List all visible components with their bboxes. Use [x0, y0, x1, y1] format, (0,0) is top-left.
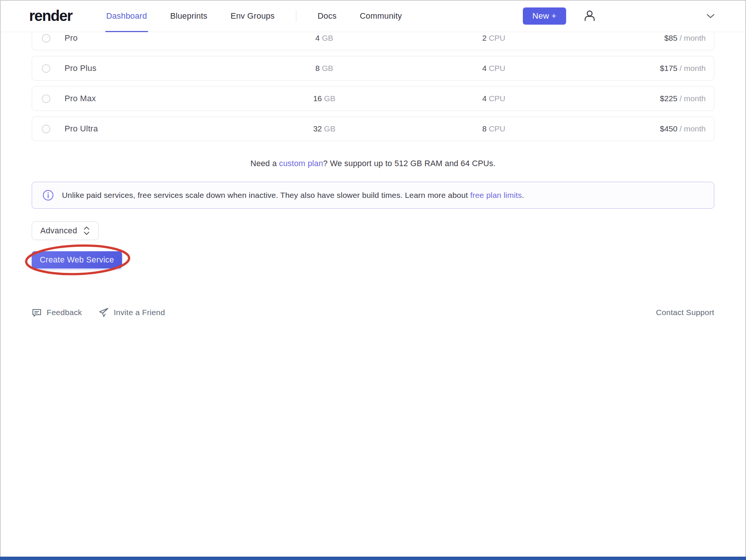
plan-cpu: 2 CPU: [408, 34, 580, 43]
plan-row-pro-plus[interactable]: Pro Plus 8 GB 4 CPU $175 / month: [32, 56, 714, 81]
user-icon: [583, 9, 597, 23]
nav-item-dashboard[interactable]: Dashboard: [95, 0, 159, 32]
feedback-button[interactable]: Feedback: [32, 308, 82, 318]
plan-radio[interactable]: [42, 94, 50, 103]
paper-plane-icon: [99, 307, 109, 318]
plan-row-pro-ultra[interactable]: Pro Ultra 32 GB 8 CPU $450 / month: [32, 116, 714, 141]
page-footer: Feedback Invite a Friend Contact Support: [32, 307, 714, 318]
main-nav: Dashboard Blueprints Env Groups Docs Com…: [95, 0, 413, 32]
plan-row-pro[interactable]: Pro 4 GB 2 CPU $85 / month: [32, 32, 714, 50]
user-avatar-button[interactable]: [583, 9, 597, 23]
free-plan-info-banner: Unlike paid services, free services scal…: [32, 182, 714, 209]
plan-table: Pro 4 GB 2 CPU $85 / month Pro Plus 8 GB…: [0, 32, 746, 147]
plan-price: $175 / month: [580, 64, 706, 73]
nav-divider: [296, 10, 296, 22]
plan-name: Pro Max: [65, 94, 96, 103]
free-plan-limits-link[interactable]: free plan limits: [470, 191, 522, 199]
plan-price: $225 / month: [580, 94, 706, 103]
create-service-area: Create Web Service: [30, 251, 142, 269]
nav-item-docs[interactable]: Docs: [306, 0, 348, 32]
create-web-service-button[interactable]: Create Web Service: [32, 251, 122, 268]
bottom-blue-bar: [0, 557, 746, 560]
chevron-down-icon: [706, 13, 715, 19]
feedback-label: Feedback: [47, 308, 82, 317]
plan-ram: 8 GB: [241, 64, 407, 73]
new-button[interactable]: New +: [523, 7, 566, 25]
render-logo[interactable]: render: [29, 7, 72, 24]
plan-cpu: 8 CPU: [408, 124, 580, 133]
advanced-label: Advanced: [40, 226, 77, 236]
plan-ram: 4 GB: [241, 34, 407, 43]
plan-cpu: 4 CPU: [408, 94, 580, 103]
account-menu-toggle[interactable]: [706, 13, 715, 19]
invite-friend-button[interactable]: Invite a Friend: [99, 307, 165, 318]
plan-ram: 32 GB: [241, 124, 407, 133]
feedback-icon: [32, 308, 42, 318]
advanced-toggle[interactable]: Advanced: [32, 221, 99, 240]
plan-ram: 16 GB: [241, 94, 407, 103]
plan-price: $450 / month: [580, 124, 706, 133]
plan-radio[interactable]: [42, 64, 50, 73]
plan-row-pro-max[interactable]: Pro Max 16 GB 4 CPU $225 / month: [32, 86, 714, 111]
nav-item-env-groups[interactable]: Env Groups: [219, 0, 286, 32]
invite-label: Invite a Friend: [114, 308, 165, 317]
plan-price: $85 / month: [580, 34, 706, 43]
plan-radio[interactable]: [42, 34, 50, 43]
plan-radio[interactable]: [42, 125, 50, 133]
nav-item-community[interactable]: Community: [348, 0, 413, 32]
info-banner-text: Unlike paid services, free services scal…: [62, 191, 524, 200]
custom-plan-link[interactable]: custom plan: [279, 159, 323, 168]
custom-plan-note: Need a custom plan? We support up to 512…: [0, 159, 746, 168]
top-nav: render Dashboard Blueprints Env Groups D…: [0, 0, 746, 32]
instance-type-section: Pro 4 GB 2 CPU $85 / month Pro Plus 8 GB…: [0, 32, 746, 318]
up-down-chevrons-icon: [83, 226, 90, 236]
plan-cpu: 4 CPU: [408, 64, 580, 73]
info-icon: [43, 190, 54, 201]
plan-name: Pro Plus: [65, 63, 97, 73]
nav-item-blueprints[interactable]: Blueprints: [159, 0, 219, 32]
plan-name: Pro Ultra: [65, 124, 98, 134]
plan-name: Pro: [65, 33, 78, 43]
contact-support-link[interactable]: Contact Support: [656, 308, 714, 317]
